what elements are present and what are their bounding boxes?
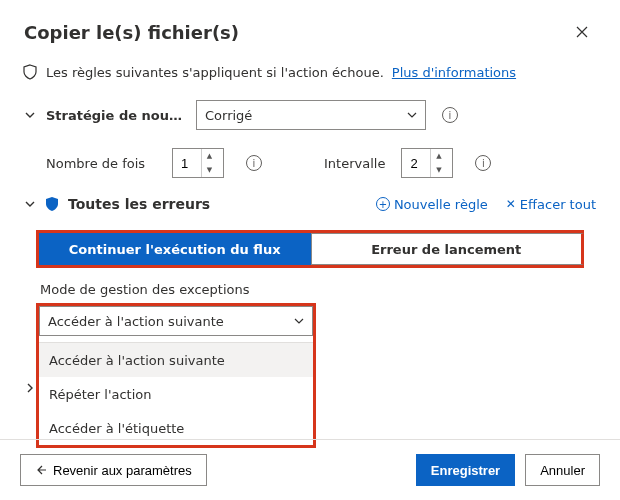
tab-continue[interactable]: Continuer l'exécution du flux: [39, 233, 311, 265]
mode-option-next[interactable]: Accéder à l'action suivante: [39, 343, 313, 377]
strategy-label: Stratégie de nouv…: [46, 108, 186, 123]
tab-throw[interactable]: Erreur de lancement: [311, 233, 585, 265]
clear-all-button[interactable]: ✕ Effacer tout: [506, 197, 596, 212]
mode-selected-value: Accéder à l'action suivante: [48, 314, 224, 329]
interval-down-button[interactable]: ▼: [431, 163, 446, 177]
arrow-left-icon: [35, 464, 47, 476]
new-rule-label: Nouvelle règle: [394, 197, 488, 212]
back-button[interactable]: Revenir aux paramètres: [20, 454, 207, 486]
close-icon: [576, 26, 588, 38]
count-stepper[interactable]: ▲ ▼: [172, 148, 224, 178]
mode-select[interactable]: Accéder à l'action suivante: [39, 306, 313, 336]
chevron-right-icon[interactable]: [24, 382, 36, 394]
info-icon[interactable]: i: [442, 107, 458, 123]
interval-stepper[interactable]: ▲ ▼: [401, 148, 453, 178]
interval-label: Intervalle: [324, 156, 385, 171]
new-rule-button[interactable]: + Nouvelle règle: [376, 197, 488, 212]
count-label: Nombre de fois: [46, 156, 156, 171]
chevron-down-icon: [294, 316, 304, 326]
info-text: Les règles suivantes s'appliquent si l'a…: [46, 65, 384, 80]
cancel-button[interactable]: Annuler: [525, 454, 600, 486]
dialog-title: Copier le(s) fichier(s): [24, 22, 239, 43]
count-input[interactable]: [173, 155, 201, 172]
strategy-select[interactable]: Corrigé: [196, 100, 426, 130]
interval-input[interactable]: [402, 155, 430, 172]
strategy-value: Corrigé: [205, 108, 252, 123]
close-button[interactable]: [568, 18, 596, 46]
more-info-link[interactable]: Plus d'informations: [392, 65, 516, 80]
shield-icon: [22, 64, 38, 80]
count-up-button[interactable]: ▲: [202, 149, 217, 163]
mode-option-list: Accéder à l'action suivante Répéter l'ac…: [39, 342, 313, 445]
all-errors-label: Toutes les erreurs: [68, 196, 210, 212]
save-button[interactable]: Enregistrer: [416, 454, 515, 486]
shield-icon: [44, 196, 60, 212]
x-icon: ✕: [506, 197, 516, 211]
count-down-button[interactable]: ▼: [202, 163, 217, 177]
chevron-down-icon[interactable]: [24, 198, 36, 210]
back-label: Revenir aux paramètres: [53, 463, 192, 478]
info-icon[interactable]: i: [246, 155, 262, 171]
plus-icon: +: [376, 197, 390, 211]
mode-option-repeat[interactable]: Répéter l'action: [39, 377, 313, 411]
mode-label: Mode de gestion des exceptions: [0, 282, 620, 303]
clear-all-label: Effacer tout: [520, 197, 596, 212]
info-icon[interactable]: i: [475, 155, 491, 171]
chevron-down-icon: [407, 110, 417, 120]
interval-up-button[interactable]: ▲: [431, 149, 446, 163]
chevron-down-icon[interactable]: [24, 109, 36, 121]
